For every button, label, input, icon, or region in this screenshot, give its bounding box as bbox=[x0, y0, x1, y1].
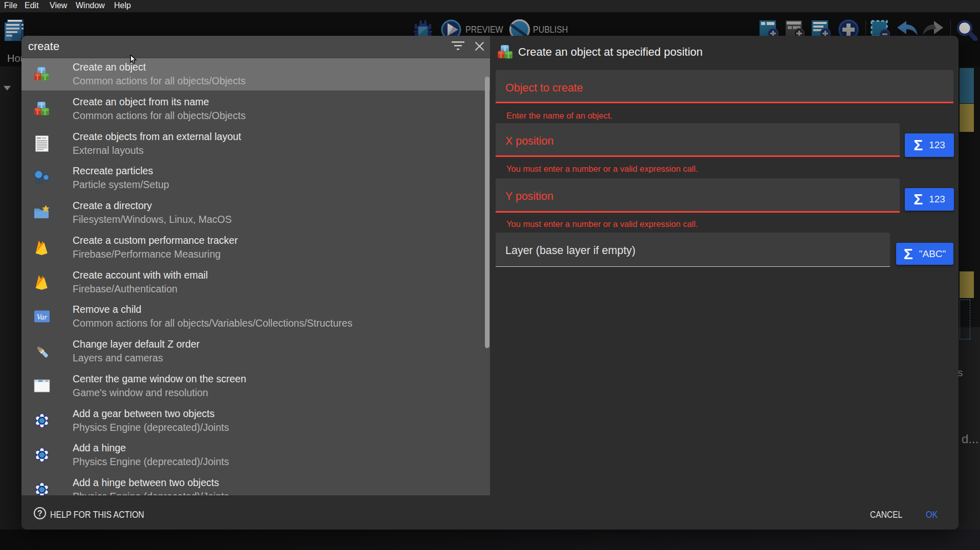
svg-text:Var: Var bbox=[37, 313, 48, 321]
